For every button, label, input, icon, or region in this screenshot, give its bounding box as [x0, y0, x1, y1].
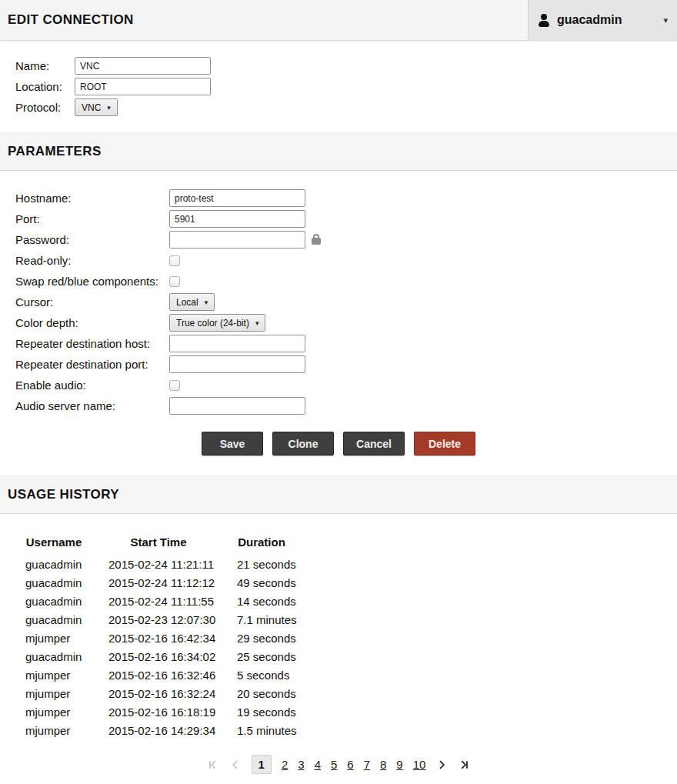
field-label-name: Name: [15, 59, 75, 72]
page-number-link[interactable]: 3 [298, 758, 304, 771]
swap-red-blue-components-checkbox[interactable] [169, 276, 180, 287]
page-number-link[interactable]: 9 [396, 758, 402, 771]
form-row: Password: [15, 231, 677, 249]
page-number-link[interactable]: 4 [315, 758, 321, 771]
table-row: guacadmin2015-02-24 11:11:5514 seconds [15, 592, 298, 610]
column-header-username: Username [15, 535, 92, 555]
user-menu-button[interactable]: guacadmin ▾ [528, 0, 677, 40]
usage-history-table: UsernameStart TimeDuration guacadmin2015… [15, 535, 298, 739]
parameters-section-header: PARAMETERS [0, 132, 677, 171]
field-label-cursor: Cursor: [15, 295, 169, 309]
cell-username: mjumper [15, 629, 92, 647]
cell-username: mjumper [15, 684, 92, 702]
table-row: mjumper2015-02-16 16:32:2420 seconds [15, 684, 298, 702]
cell-duration: 29 seconds [225, 629, 298, 647]
page-number-link[interactable]: 8 [380, 758, 386, 771]
table-row: guacadmin2015-02-23 12:07:307.1 minutes [15, 610, 298, 629]
field-label-protocol: Protocol: [15, 101, 75, 114]
cell-start-time: 2015-02-24 11:11:55 [92, 592, 225, 610]
connection-parameters-form: Hostname:Port:Password:Read-only:Swap re… [0, 171, 677, 415]
field-label-enable-audio: Enable audio: [15, 379, 169, 392]
form-row: Audio server name: [15, 397, 677, 415]
page-number-link[interactable]: 7 [364, 758, 370, 771]
table-row: mjumper2015-02-16 16:42:3429 seconds [15, 629, 298, 647]
page-number-link[interactable]: 6 [347, 758, 353, 771]
hostname-input[interactable] [169, 189, 305, 207]
cell-duration: 20 seconds [225, 684, 298, 702]
cell-duration: 25 seconds [225, 647, 298, 666]
save-button[interactable]: Save [202, 432, 263, 455]
cell-username: mjumper [15, 721, 92, 739]
pagination: 12345678910 [0, 755, 677, 774]
chevron-down-icon: ▾ [205, 299, 208, 306]
action-buttons: SaveCloneCancelDelete [0, 432, 677, 455]
form-row: Color depth:True color (24-bit)▾ [15, 314, 677, 332]
cell-username: guacadmin [15, 610, 92, 629]
select-value: VNC [82, 102, 101, 113]
form-row: Protocol:VNC▾ [15, 98, 677, 116]
form-row: Repeater destination port: [15, 355, 677, 373]
cell-duration: 14 seconds [225, 592, 298, 610]
form-row: Cursor:Local▾ [15, 293, 677, 311]
form-row: Enable audio: [15, 376, 677, 394]
cell-duration: 49 seconds [225, 573, 298, 592]
cell-username: guacadmin [15, 647, 92, 666]
user-name: guacadmin [557, 13, 622, 27]
previous-page-icon[interactable] [229, 759, 242, 771]
field-label-swap-red-blue-components: Swap red/blue components: [15, 275, 169, 288]
protocol-select[interactable]: VNC▾ [75, 98, 118, 116]
form-row: Swap red/blue components: [15, 272, 677, 290]
password-input[interactable] [169, 231, 305, 249]
cell-start-time: 2015-02-23 12:07:30 [92, 610, 225, 629]
field-label-location: Location: [15, 80, 75, 93]
cell-username: guacadmin [15, 555, 92, 573]
location-input[interactable] [75, 78, 211, 95]
form-row: Name: [15, 57, 677, 75]
port-input[interactable] [169, 210, 305, 228]
first-page-icon[interactable] [207, 759, 219, 771]
page-number-link[interactable]: 2 [282, 758, 288, 771]
page-number-link[interactable]: 10 [413, 758, 426, 771]
page-number-current[interactable]: 1 [252, 755, 272, 774]
repeater-destination-host-input[interactable] [169, 335, 305, 352]
cursor-select[interactable]: Local▾ [169, 293, 215, 311]
next-page-icon[interactable] [435, 759, 448, 771]
cell-duration: 7.1 minutes [225, 610, 298, 629]
cell-start-time: 2015-02-16 16:18:19 [92, 702, 225, 721]
select-value: Local [176, 297, 198, 308]
color-depth-select[interactable]: True color (24-bit)▾ [169, 314, 265, 332]
field-label-hostname: Hostname: [15, 192, 169, 205]
page-number-link[interactable]: 5 [331, 758, 337, 771]
cell-start-time: 2015-02-16 14:29:34 [92, 721, 225, 739]
chevron-down-icon: ▾ [663, 15, 668, 25]
form-row: Read-only: [15, 252, 677, 269]
cell-start-time: 2015-02-24 11:21:11 [92, 555, 225, 573]
read-only-checkbox[interactable] [169, 255, 180, 266]
usage-history-section-title: USAGE HISTORY [8, 487, 669, 502]
lock-icon [312, 238, 321, 245]
cell-start-time: 2015-02-16 16:34:02 [92, 647, 225, 666]
table-row: mjumper2015-02-16 14:29:341.5 minutes [15, 721, 298, 739]
top-bar: EDIT CONNECTION guacadmin ▾ [0, 0, 677, 41]
form-row: Port: [15, 210, 677, 228]
clone-button[interactable]: Clone [272, 432, 334, 455]
audio-server-name-input[interactable] [169, 397, 305, 415]
name-input[interactable] [75, 57, 211, 75]
table-row: mjumper2015-02-16 16:32:465 seconds [15, 666, 298, 684]
cell-username: mjumper [15, 666, 92, 684]
last-page-icon[interactable] [458, 759, 470, 771]
cell-duration: 21 seconds [225, 555, 298, 573]
chevron-down-icon: ▾ [107, 104, 111, 112]
cell-start-time: 2015-02-16 16:32:24 [92, 684, 225, 702]
cell-duration: 19 seconds [225, 702, 298, 721]
table-row: guacadmin2015-02-24 11:12:1249 seconds [15, 573, 298, 592]
cell-start-time: 2015-02-24 11:12:12 [92, 573, 225, 592]
delete-button[interactable]: Delete [414, 432, 475, 455]
table-row: guacadmin2015-02-16 16:34:0225 seconds [15, 647, 298, 666]
select-value: True color (24-bit) [176, 318, 249, 329]
field-label-password: Password: [15, 233, 169, 246]
enable-audio-checkbox[interactable] [169, 380, 180, 391]
repeater-destination-port-input[interactable] [169, 355, 305, 373]
cell-start-time: 2015-02-16 16:42:34 [92, 629, 225, 647]
cancel-button[interactable]: Cancel [343, 432, 405, 455]
